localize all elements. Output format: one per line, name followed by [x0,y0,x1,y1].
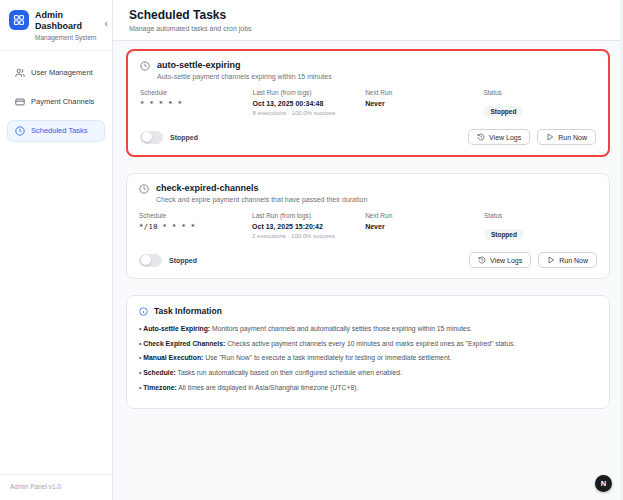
last-run-stats: 2 executions · 100.0% success [252,233,365,239]
app-logo [9,10,29,30]
next-run-column: Next Run Never [365,212,484,241]
page-subtitle: Manage automated tasks and cron jobs [129,25,607,32]
schedule-label: Schedule [140,89,253,96]
run-now-button[interactable]: Run Now [537,129,596,145]
sidebar-item-label: Payment Channels [31,97,94,106]
app-subtitle: Management System [35,34,96,41]
sidebar-item-user-management[interactable]: User Management [7,62,105,84]
run-now-button[interactable]: Run Now [538,252,597,268]
info-bullet: Check Expired Channels: Checks active pa… [139,339,597,348]
sidebar-item-label: User Management [31,68,93,77]
sidebar-item-payment-channels[interactable]: Payment Channels [7,91,105,113]
status-label: Status [483,89,596,96]
grid-logo-icon [13,14,25,26]
task-name: auto-settle-expiring [157,60,332,70]
sidebar-item-label: Scheduled Tasks [31,126,88,135]
next-run-column: Next Run Never [365,89,483,118]
task-information-card: Task Information Auto-settle Expiring: M… [126,295,610,409]
task-card-check-expired-channels: check-expired-channels Check and expire … [126,173,610,279]
users-icon [15,68,25,78]
info-bullet: Timezone: All times are displayed in Asi… [139,383,597,392]
view-logs-label: View Logs [489,134,521,141]
sidebar-header: Admin Dashboard Management System ‹ [0,0,112,51]
last-run-column: Last Run (from logs) Oct 13, 2025 15:20:… [252,212,365,241]
run-now-label: Run Now [559,257,588,264]
last-run-stats: 8 executions · 100.0% success [253,110,366,116]
last-run-column: Last Run (from logs) Oct 13, 2025 00:34:… [253,89,366,118]
next-run-value: Never [365,100,483,107]
dev-overlay-button[interactable]: N [595,475,612,492]
status-column: Status Stopped [483,89,596,118]
schedule-value: * * * * * [140,100,253,108]
last-run-value: Oct 13, 2025 15:20:42 [252,223,365,230]
info-icon [139,307,148,316]
schedule-label: Schedule [139,212,252,219]
last-run-label: Last Run (from logs) [252,212,365,219]
last-run-label: Last Run (from logs) [253,89,366,96]
task-enable-toggle[interactable] [139,254,162,267]
content: auto-settle-expiring Auto-settle payment… [113,41,623,500]
sidebar: Admin Dashboard Management System ‹ User… [0,0,113,500]
play-icon [546,133,554,141]
view-logs-button[interactable]: View Logs [469,252,531,268]
sidebar-item-scheduled-tasks[interactable]: Scheduled Tasks [7,120,105,142]
task-description: Check and expire payment channels that h… [156,196,367,203]
toggle-label: Stopped [170,134,198,141]
main-area: Scheduled Tasks Manage automated tasks a… [113,0,623,500]
task-name: check-expired-channels [156,183,367,193]
play-icon [547,256,555,264]
status-column: Status Stopped [484,212,597,241]
sidebar-nav: User Management Payment Channels Schedul… [0,51,112,153]
view-logs-button[interactable]: View Logs [468,129,530,145]
credit-card-icon [15,97,25,107]
next-run-value: Never [365,223,484,230]
toggle-knob [142,132,152,142]
info-title: Task Information [154,306,222,316]
next-run-label: Next Run [365,89,483,96]
clock-icon [15,126,25,136]
history-icon [477,133,485,141]
app-title: Admin Dashboard [35,10,96,32]
sidebar-collapse-icon[interactable]: ‹ [102,18,109,30]
task-enable-toggle[interactable] [140,131,163,144]
info-bullet: Schedule: Tasks run automatically based … [139,368,597,377]
sidebar-footer-version: Admin Panel v1.0 [0,474,112,500]
clock-icon [140,61,150,71]
page-title: Scheduled Tasks [129,8,607,22]
status-label: Status [484,212,597,219]
info-bullet: Manual Execution: Use "Run Now" to execu… [139,353,597,362]
history-icon [478,256,486,264]
last-run-value: Oct 13, 2025 00:34:48 [253,100,366,107]
view-logs-label: View Logs [490,257,522,264]
status-badge: Stopped [484,229,524,240]
clock-icon [139,184,149,194]
task-card-auto-settle-expiring: auto-settle-expiring Auto-settle payment… [126,49,610,157]
run-now-label: Run Now [558,134,587,141]
page-header: Scheduled Tasks Manage automated tasks a… [113,0,623,41]
toggle-knob [141,255,151,265]
toggle-label: Stopped [169,257,197,264]
schedule-value: */10 * * * * [139,223,252,231]
task-description: Auto-settle payment channels expiring wi… [157,73,332,80]
next-run-label: Next Run [365,212,484,219]
schedule-column: Schedule * * * * * [140,89,253,118]
info-bullet: Auto-settle Expiring: Monitors payment c… [139,324,597,333]
status-badge: Stopped [483,106,523,117]
schedule-column: Schedule */10 * * * * [139,212,252,241]
